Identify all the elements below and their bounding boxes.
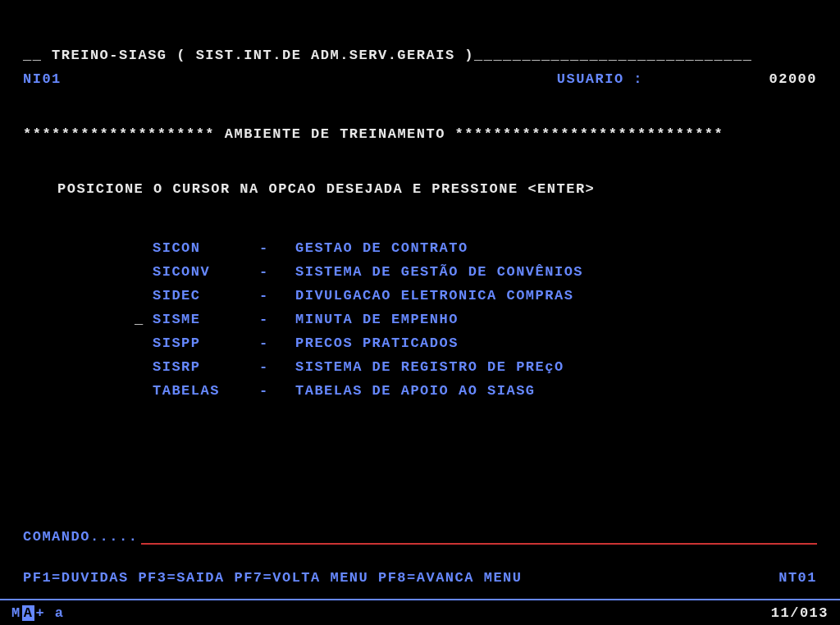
comando-input[interactable] xyxy=(141,530,817,545)
screen-id: NI01 xyxy=(23,71,62,87)
menu-code: TABELAS xyxy=(153,379,259,403)
menu-desc: GESTAO DE CONTRATO xyxy=(295,236,468,260)
cursor-position: 11/013 xyxy=(771,605,829,621)
menu-dash: - xyxy=(259,355,295,379)
menu-code: SIDEC xyxy=(153,284,259,308)
window-title: __ TREINO-SIASG ( SIST.INT.DE ADM.SERV.G… xyxy=(23,48,817,63)
comando-label: COMANDO..... xyxy=(23,529,138,545)
status-cursor-icon: A xyxy=(22,605,35,621)
menu-dash: - xyxy=(259,308,295,331)
main-menu: SICON - GESTAO DE CONTRATO SICONV - SIST… xyxy=(23,236,817,403)
usuario-label: USUARIO : xyxy=(557,71,643,87)
menu-dash: - xyxy=(259,331,295,355)
menu-item-tabelas[interactable]: TABELAS - TABELAS DE APOIO AO SIASG xyxy=(153,379,817,403)
menu-dash: - xyxy=(259,260,295,284)
menu-desc: SISTEMA DE GESTÃO DE CONVÊNIOS xyxy=(295,260,583,284)
usuario-value: 02000 xyxy=(769,71,817,87)
menu-code: SICONV xyxy=(153,260,259,284)
menu-dash: - xyxy=(259,236,295,260)
menu-code: SICON xyxy=(153,236,259,260)
menu-item-sidec[interactable]: SIDEC - DIVULGACAO ELETRONICA COMPRAS xyxy=(153,284,817,308)
menu-item-sispp[interactable]: SISPP - PRECOS PRATICADOS xyxy=(153,331,817,355)
pf-keys: PF1=DUVIDAS PF3=SAIDA PF7=VOLTA MENU PF8… xyxy=(23,570,523,586)
environment-banner: ******************** AMBIENTE DE TREINAM… xyxy=(23,126,817,142)
status-left: MA + a xyxy=(11,605,65,621)
instruction-text: POSICIONE O CURSOR NA OPCAO DESEJADA E P… xyxy=(23,181,817,197)
menu-desc: TABELAS DE APOIO AO SIASG xyxy=(295,379,536,403)
pf-right-code: NT01 xyxy=(778,570,817,586)
menu-desc: DIVULGACAO ELETRONICA COMPRAS xyxy=(295,284,573,308)
menu-dash: - xyxy=(259,379,295,403)
menu-item-siconv[interactable]: SICONV - SISTEMA DE GESTÃO DE CONVÊNIOS xyxy=(153,260,817,284)
menu-desc: PRECOS PRATICADOS xyxy=(295,331,459,355)
menu-dash: - xyxy=(259,284,295,308)
menu-desc: SISTEMA DE REGISTRO DE PREçO xyxy=(295,355,564,379)
menu-item-sisrp[interactable]: SISRP - SISTEMA DE REGISTRO DE PREçO xyxy=(153,355,817,379)
menu-code: SISME xyxy=(153,308,259,331)
menu-desc: MINUTA DE EMPENHO xyxy=(295,308,459,331)
status-bar: MA + a 11/013 xyxy=(0,599,840,625)
menu-item-sicon[interactable]: SICON - GESTAO DE CONTRATO xyxy=(153,236,817,260)
cursor-indicator: _ xyxy=(135,308,144,331)
menu-code: SISRP xyxy=(153,355,259,379)
menu-code: SISPP xyxy=(153,331,259,355)
menu-item-sisme[interactable]: _ SISME - MINUTA DE EMPENHO xyxy=(153,308,817,331)
